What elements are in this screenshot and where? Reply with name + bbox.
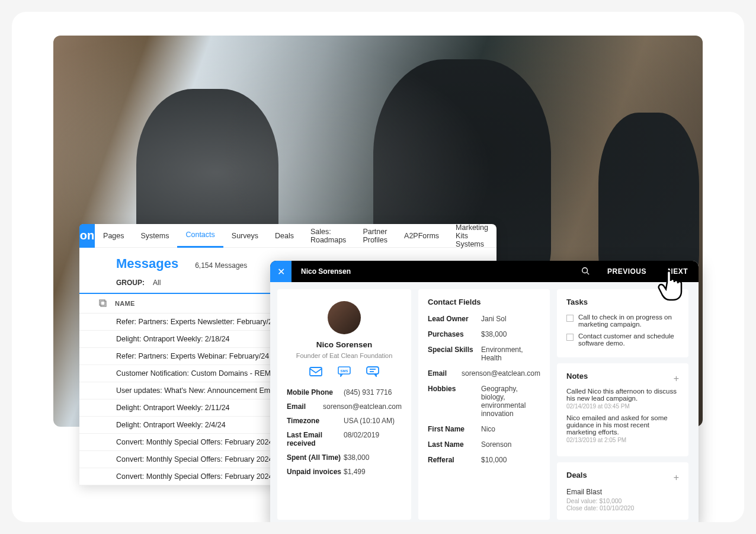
top-nav: on PagesSystemsContactsSurveysDealsSales… bbox=[79, 224, 496, 248]
field-label: Email bbox=[428, 369, 462, 378]
tab-deals[interactable]: Deals bbox=[267, 224, 302, 248]
tab-pages[interactable]: Pages bbox=[95, 224, 132, 248]
field-value: Sorenson bbox=[481, 440, 540, 449]
tab-a2pforms[interactable]: A2PForms bbox=[396, 224, 447, 248]
field-label: Mobile Phone bbox=[287, 388, 344, 396]
tab-partner-profiles[interactable]: Partner Profiles bbox=[354, 224, 396, 248]
deal-value: Deal value: $10,000 bbox=[566, 497, 679, 504]
column-name[interactable]: NAME bbox=[115, 300, 135, 307]
task-item: Contact customer and schedule software d… bbox=[566, 330, 679, 349]
tab-contacts[interactable]: Contacts bbox=[177, 224, 223, 248]
deal-item-title[interactable]: Email Blast bbox=[566, 488, 679, 496]
notes-title: Notes bbox=[566, 372, 588, 380]
field-label: Purchases bbox=[428, 330, 481, 338]
notes-card: Notes + Called Nico this afternoon to di… bbox=[557, 363, 688, 456]
note-text: Nico emailed and asked for some guidance… bbox=[566, 414, 679, 436]
field-value: Nico bbox=[481, 425, 540, 433]
svg-text:SMS: SMS bbox=[340, 369, 348, 373]
avatar bbox=[328, 301, 361, 334]
copy-icon[interactable] bbox=[91, 299, 115, 308]
sms-icon[interactable]: SMS bbox=[338, 366, 351, 377]
next-button[interactable]: NEXT bbox=[657, 267, 699, 276]
task-checkbox[interactable] bbox=[566, 315, 574, 322]
field-label: Last Name bbox=[428, 440, 481, 449]
svg-rect-4 bbox=[310, 367, 322, 376]
field-value: Geography, biology, environmental innova… bbox=[481, 385, 540, 418]
tasks-title: Tasks bbox=[566, 298, 679, 306]
field-label: Timezone bbox=[287, 417, 344, 425]
field-value: USA (10:10 AM) bbox=[344, 417, 402, 425]
group-value[interactable]: All bbox=[153, 279, 161, 287]
note-date: 02/13/2019 at 2:05 PM bbox=[566, 437, 679, 443]
field-value: sorenson@eatclean.com bbox=[323, 402, 402, 411]
messages-count: 6,154 Messages bbox=[195, 261, 247, 270]
task-text: Contact customer and schedule software d… bbox=[578, 332, 679, 347]
contact-fields-card: Contact Fields Lead OwnerJani SolPurchas… bbox=[418, 289, 550, 520]
messages-title: Messages bbox=[116, 256, 178, 271]
app-logo: on bbox=[79, 224, 95, 248]
field-label: Lead Owner bbox=[428, 315, 481, 323]
field-label: Refferal bbox=[428, 456, 481, 464]
tab-systems[interactable]: Systems bbox=[133, 224, 178, 248]
field-value: $1,499 bbox=[344, 468, 402, 476]
field-value: sorenson@eatclean.com bbox=[462, 369, 540, 378]
field-label: Spent (All Time) bbox=[287, 453, 344, 462]
chat-icon[interactable] bbox=[366, 366, 379, 377]
tab-sales-roadmaps[interactable]: Sales: Roadmaps bbox=[302, 224, 354, 248]
tab-marketing-kits-systems[interactable]: Marketing Kits Systems bbox=[447, 224, 496, 248]
field-value: Environment, Health bbox=[481, 346, 540, 362]
field-value: $38,000 bbox=[481, 330, 540, 338]
tab-surveys[interactable]: Surveys bbox=[223, 224, 267, 248]
svg-rect-7 bbox=[367, 367, 379, 374]
task-item: Call to check in on progress on marketin… bbox=[566, 311, 679, 330]
note-date: 02/14/2019 at 03:45 PM bbox=[566, 403, 679, 410]
profile-card: Nico Sorensen Founder of Eat Clean Found… bbox=[277, 289, 411, 520]
task-checkbox[interactable] bbox=[566, 334, 574, 341]
email-icon[interactable] bbox=[309, 366, 322, 377]
profile-subtitle: Founder of Eat Clean Foundation bbox=[287, 352, 402, 359]
add-note-button[interactable]: + bbox=[674, 373, 679, 384]
close-button[interactable]: ✕ bbox=[270, 261, 291, 282]
task-text: Call to check in on progress on marketin… bbox=[578, 314, 679, 328]
deals-title: Deals bbox=[566, 471, 587, 479]
field-label: First Name bbox=[428, 425, 481, 433]
field-value: $10,000 bbox=[481, 456, 540, 464]
field-value: (845) 931 7716 bbox=[344, 388, 402, 396]
field-label: Special Skills bbox=[428, 346, 481, 362]
field-label: Unpaid invoices bbox=[287, 468, 344, 476]
add-deal-button[interactable]: + bbox=[674, 472, 679, 483]
deals-card: Deals + Email Blast Deal value: $10,000 … bbox=[557, 462, 688, 520]
deal-close-date: Close date: 010/10/2020 bbox=[566, 504, 679, 511]
contact-detail-panel: ✕ Nico Sorensen PREVIOUS NEXT Nico Soren… bbox=[270, 261, 699, 522]
field-value: Jani Sol bbox=[481, 315, 540, 323]
previous-button[interactable]: PREVIOUS bbox=[597, 267, 657, 276]
detail-topbar: ✕ Nico Sorensen PREVIOUS NEXT bbox=[270, 261, 699, 282]
svg-line-3 bbox=[587, 272, 590, 274]
field-label: Last Email received bbox=[287, 431, 344, 447]
note-text: Called Nico this afternoon to discuss hi… bbox=[566, 388, 679, 402]
tasks-card: Tasks Call to check in on progress on ma… bbox=[557, 289, 688, 357]
svg-point-2 bbox=[582, 267, 588, 273]
profile-name: Nico Sorensen bbox=[287, 340, 402, 349]
contact-fields-title: Contact Fields bbox=[428, 298, 540, 306]
field-value: $38,000 bbox=[344, 453, 402, 462]
field-value: 08/02/2019 bbox=[344, 431, 402, 447]
field-label: Email bbox=[287, 402, 323, 411]
detail-contact-name: Nico Sorensen bbox=[291, 267, 360, 276]
group-label: GROUP: bbox=[116, 279, 145, 287]
search-icon[interactable] bbox=[574, 267, 597, 277]
field-label: Hobbies bbox=[428, 385, 481, 418]
